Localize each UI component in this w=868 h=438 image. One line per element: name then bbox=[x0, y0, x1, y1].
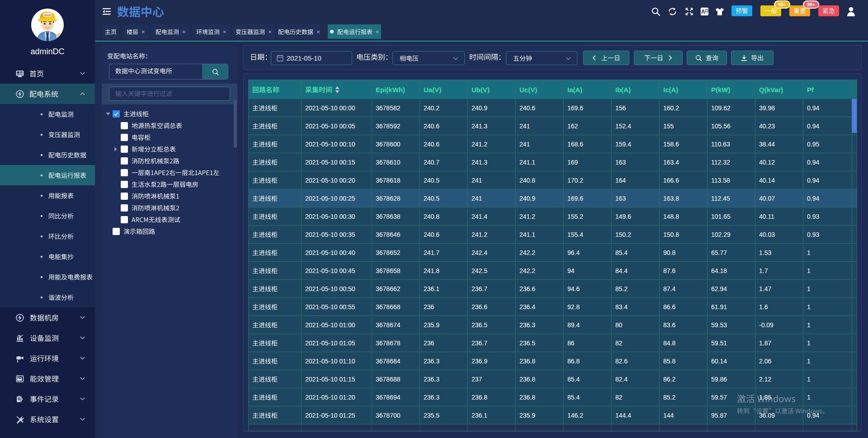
svg-text:Acrel: Acrel bbox=[44, 14, 51, 16]
svg-text:A: A bbox=[701, 9, 705, 15]
